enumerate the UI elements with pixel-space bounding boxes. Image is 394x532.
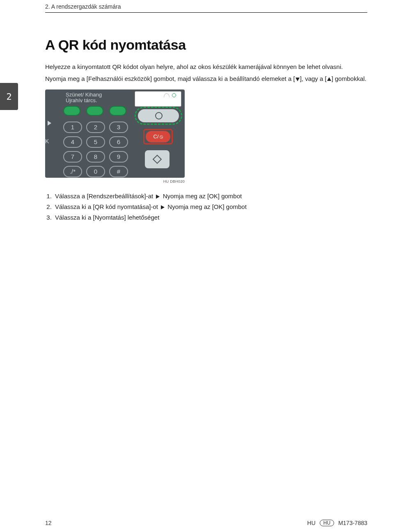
step-part-b: Nyomja meg az [OK] gombot (163, 193, 242, 200)
keypad-key: ./* (63, 166, 82, 177)
para2-part1: Nyomja meg a [Felhasználói eszközök] gom… (45, 75, 295, 82)
green-button-3 (109, 106, 126, 116)
lang-pill: HU (320, 520, 334, 526)
start-diamond-icon (153, 154, 162, 164)
steps-list: Válassza a [Rendszerbeállítások]-at Nyom… (45, 191, 367, 223)
play-icon (48, 121, 51, 126)
device-screen (135, 91, 181, 107)
keypad-key: 8 (86, 151, 105, 163)
step-part-b: Nyomja meg az [OK] gombot (167, 203, 247, 210)
list-item: Válassza ki a [Nyomtatás] lehetőséget (53, 212, 367, 223)
list-item: Válassza ki a [QR kód nyomtatása]-ot Nyo… (53, 202, 367, 212)
keypad-key: 4 (63, 136, 82, 148)
signal-icon (164, 93, 170, 97)
keypad-key: 0 (86, 166, 105, 177)
highlight-dashed-outline (135, 107, 182, 125)
instruction-paragraph: Nyomja meg a [Felhasználói eszközök] gom… (45, 74, 367, 83)
green-button-2 (86, 106, 103, 116)
page-number: 12 (45, 520, 52, 526)
keypad-key: 3 (109, 122, 128, 133)
keypad-key: # (109, 166, 128, 177)
down-arrow-icon (296, 78, 300, 81)
red-highlight-box (143, 129, 173, 144)
chapter-tab: 2 (0, 83, 18, 110)
right-arrow-icon (161, 205, 165, 209)
device-top-line1: Szünet/ Kihang (66, 92, 102, 98)
keypad-key: 7 (63, 151, 82, 163)
doc-code: M173-7883 (338, 520, 367, 526)
chapter-header: 2. A rendszergazdák számára (45, 3, 121, 10)
step-part-a: Válassza ki a [Nyomtatás] lehetőséget (55, 214, 159, 221)
step-part-a: Válassza a [Rendszerbeállítások]-at (55, 193, 153, 200)
para2-part3: ] gombokkal. (332, 75, 367, 82)
ok-edge-label: K (45, 138, 49, 144)
illustration-caption: HU DBH020 (45, 179, 185, 183)
keypad-key: 6 (109, 136, 128, 148)
intro-paragraph: Helyezze a kinyomtatott QR kódot olyan h… (45, 62, 367, 71)
para2-part2: ], vagy a [ (300, 75, 327, 82)
keypad-key: 5 (86, 136, 105, 148)
keypad-key: 2 (86, 122, 105, 133)
device-panel-illustration: Szünet/ Kihang Újrahív tárcs. C/⦸ K 1 2 … (45, 89, 185, 178)
right-arrow-icon (156, 195, 160, 199)
power-led-icon (172, 93, 176, 97)
lang-code: HU (307, 520, 316, 526)
step-part-a: Válassza ki a [QR kód nyomtatása]-ot (55, 203, 158, 210)
green-button-1 (63, 106, 80, 116)
page-title: A QR kód nyomtatása (45, 37, 367, 53)
keypad-key: 1 (63, 122, 82, 133)
up-arrow-icon (327, 77, 331, 81)
list-item: Válassza a [Rendszerbeállítások]-at Nyom… (53, 191, 367, 202)
page-footer: 12 HU HU M173-7883 (45, 520, 367, 526)
keypad-key: 9 (109, 151, 128, 163)
device-top-line2: Újrahív tárcs. (66, 98, 102, 103)
header-rule (45, 12, 367, 13)
start-button (145, 150, 170, 168)
device-top-labels: Szünet/ Kihang Újrahív tárcs. (66, 92, 102, 104)
